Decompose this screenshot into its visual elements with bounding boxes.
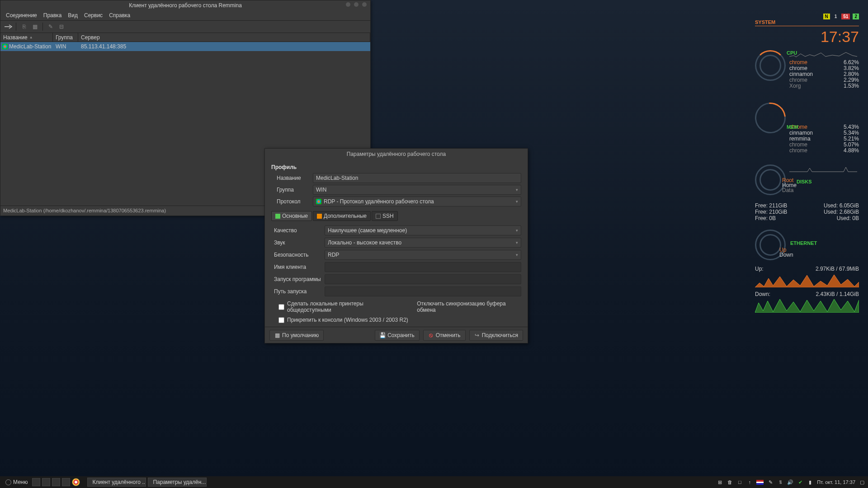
printers-label: Сделать локальные принтеры общедоступным… — [287, 300, 403, 313]
save-button[interactable]: 💾Сохранить — [375, 330, 420, 341]
tray-clip-icon[interactable]: □ — [736, 479, 743, 485]
cancel-icon: ⦸ — [428, 333, 434, 338]
sort-asc-icon: ▲ — [29, 35, 33, 39]
disk-row: Free: 210GiBUsed: 2.68GiB — [755, 209, 859, 215]
connect-icon: ↪ — [474, 333, 480, 338]
keyboard-layout-icon[interactable] — [756, 480, 764, 485]
col-group[interactable]: Группа — [53, 33, 78, 42]
disks-title: DISKS — [797, 179, 812, 184]
menu-bar: Соединение Правка Вид Сервис Справка — [0, 10, 370, 20]
new-icon[interactable]: ▦ — [30, 22, 40, 32]
menu-edit[interactable]: Правка — [41, 11, 65, 19]
launcher-chrome-icon[interactable] — [72, 478, 80, 486]
tray-battery-icon[interactable]: ▮ — [807, 479, 813, 485]
label-client: Имя клиента — [274, 264, 325, 270]
console-label: Прикрепить к консоли (Windows 2003 / 200… — [287, 317, 408, 323]
cancel-button[interactable]: ⦸Отменить — [423, 330, 466, 341]
sound-combo[interactable]: Локально - высокое качество — [325, 238, 521, 248]
mem-block: chrome5.43%cinnamon5.34%remmina5.21%chro… — [755, 103, 859, 154]
eth-down-graph-icon — [755, 298, 859, 313]
cpu-sparkline-icon — [789, 50, 857, 58]
startpath-input[interactable] — [325, 286, 521, 296]
taskbar-item-settings[interactable]: Параметры удалён... — [148, 478, 207, 487]
list-header: Название▲ Группа Сервер — [0, 33, 370, 42]
console-checkbox[interactable] — [278, 317, 284, 323]
system-monitor-widget: N 1 51 2 SYSTEM 17:37 chrome6.62%chrome3… — [755, 14, 859, 321]
mem-ring-icon — [749, 96, 792, 140]
disk-row: Free: 0BUsed: 0B — [755, 215, 859, 221]
label-group: Группа — [277, 187, 313, 193]
name-input[interactable]: MedicLab-Station — [313, 173, 521, 183]
start-menu-button[interactable]: Меню — [3, 478, 30, 487]
eth-up-graph-icon — [755, 273, 859, 287]
tag-1: 1 — [833, 14, 839, 19]
terminal-icon — [376, 214, 381, 219]
protocol-combo[interactable]: RDP - Протокол удалённого рабочего стола — [313, 197, 521, 206]
tray-trash-icon[interactable]: 🗑 — [726, 479, 733, 485]
group-combo[interactable]: WIN — [313, 185, 521, 195]
quality-combo[interactable]: Наилучшее (самое медленное) — [325, 225, 521, 235]
connect-icon[interactable] — [3, 22, 13, 32]
row-group: WIN — [53, 43, 78, 50]
launcher-terminal-icon[interactable] — [42, 478, 50, 486]
taskbar: Меню Клиент удалённого ... Параметры уда… — [0, 476, 868, 488]
row-server: 85.113.41.148:385 — [78, 43, 126, 50]
label-protocol: Протокол — [277, 198, 313, 205]
close-button[interactable] — [362, 2, 367, 7]
taskbar-clock[interactable]: Пт. окт. 11, 17:37 — [817, 479, 855, 485]
delete-icon[interactable]: ⊟ — [57, 22, 66, 32]
printers-checkbox[interactable] — [278, 304, 284, 310]
menu-connection[interactable]: Соединение — [3, 11, 40, 19]
launcher-app2-icon[interactable] — [62, 478, 70, 486]
security-combo[interactable]: RDP — [325, 250, 521, 260]
list-row-selected[interactable]: MedicLab-Station WIN 85.113.41.148:385 — [0, 42, 370, 51]
settings-dialog: Параметры удалённого рабочего стола Проф… — [264, 148, 528, 343]
row-name: MedicLab-Station — [9, 43, 51, 50]
tab-extra[interactable]: Дополнительные — [313, 211, 371, 221]
tray-notify-icon[interactable]: ✎ — [767, 479, 774, 485]
grid-icon: ▦ — [274, 333, 280, 338]
default-button[interactable]: ▦По умолчанию — [269, 330, 324, 341]
tray-network-icon[interactable]: ⥮ — [777, 479, 783, 485]
eth-down-label: Down — [779, 253, 793, 258]
gear-icon — [5, 479, 11, 485]
tag-51: 51 — [841, 14, 850, 19]
edit-icon[interactable]: ✎ — [46, 22, 56, 32]
tab-ssh[interactable]: SSH — [372, 211, 398, 221]
minimize-button[interactable] — [346, 2, 350, 7]
menu-view[interactable]: Вид — [65, 11, 80, 19]
client-input[interactable] — [325, 262, 521, 272]
startprog-input[interactable] — [325, 274, 521, 284]
tag-n: N — [823, 14, 830, 19]
tray-session-icon[interactable]: ▢ — [859, 479, 865, 485]
eth-title: ETHERNET — [790, 240, 817, 246]
copy-icon[interactable]: ⎘ — [19, 22, 29, 32]
tray-workspace-icon[interactable]: ⊞ — [717, 479, 723, 485]
launcher-files-icon[interactable] — [32, 478, 40, 486]
col-server[interactable]: Сервер — [78, 33, 370, 42]
tray-up-icon[interactable]: ↑ — [746, 479, 753, 485]
taskbar-item-remmina[interactable]: Клиент удалённого ... — [87, 478, 146, 487]
orange-square-icon — [317, 214, 322, 219]
label-security: Безопасность — [274, 252, 325, 258]
green-square-icon — [275, 214, 280, 219]
title-text: Клиент удалённого рабочего стола Remmina — [129, 2, 242, 9]
disk-row: Free: 211GiBUsed: 6.05GiB — [755, 202, 859, 209]
cpu-ring2-icon — [760, 55, 781, 76]
launcher-app1-icon[interactable] — [52, 478, 60, 486]
col-name[interactable]: Название▲ — [0, 33, 53, 42]
connect-button[interactable]: ↪Подключиться — [469, 330, 523, 341]
label-sound: Звук — [274, 239, 325, 246]
eth-down-stat-value: 2.43KiB / 1.14GiB — [816, 291, 859, 297]
label-startpath: Путь запуска — [274, 288, 325, 295]
disk-sparkline-icon — [789, 164, 857, 173]
menu-service[interactable]: Сервис — [81, 11, 105, 19]
label-name: Название — [277, 175, 313, 181]
label-startprog: Запуск программы — [274, 276, 325, 282]
menu-help[interactable]: Справка — [106, 11, 133, 19]
maximize-button[interactable] — [354, 2, 359, 7]
tab-basic[interactable]: Основные — [271, 211, 312, 221]
label-quality: Качество — [274, 227, 325, 234]
tray-volume-icon[interactable]: 🔊 — [787, 479, 793, 485]
tray-update-icon[interactable]: ✔ — [797, 479, 803, 485]
